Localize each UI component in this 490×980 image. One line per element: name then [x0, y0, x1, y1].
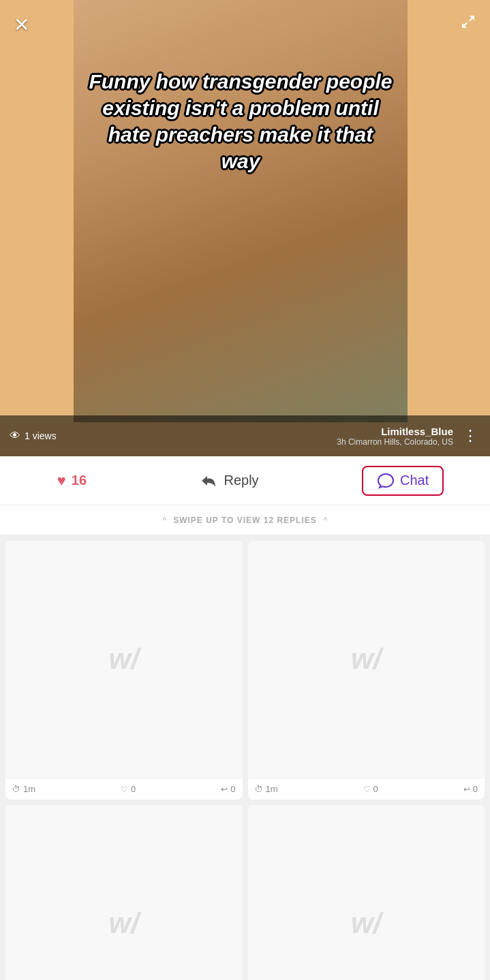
watermark-logo-4: w/: [351, 907, 381, 940]
left-bg: [0, 0, 74, 456]
card-likes-2: ♡ 0: [363, 784, 378, 794]
reply-card-footer-2: ⏱ 1m ♡ 0 ↩ 0: [248, 778, 485, 800]
heart-icon: ♥: [57, 472, 66, 490]
user-info: Limitless_Blue 3h Cimarron Hills, Colora…: [337, 426, 453, 447]
reply-card-media-4: w/: [248, 805, 485, 980]
reply-icon-1: ↩: [221, 785, 228, 794]
video-inner: Funny how transgender people existing is…: [74, 0, 408, 422]
reply-icon: [200, 473, 218, 488]
location: 3h Cimarron Hills, Colorado, US: [337, 437, 453, 447]
reply-card[interactable]: w/ ⏱ 1m ♡ 0 ↩ 0: [5, 541, 243, 800]
swipe-up-text: SWIPE UP TO VIEW 12 REPLIES: [173, 516, 317, 525]
username: Limitless_Blue: [337, 426, 453, 437]
expand-icon: [460, 14, 476, 30]
replies-grid: w/ ⏱ 1m ♡ 0 ↩ 0 w/ ⏱ 1m: [0, 535, 490, 980]
video-overlay-text: Funny how transgender people existing is…: [87, 68, 394, 174]
reply-card-footer-1: ⏱ 1m ♡ 0 ↩ 0: [5, 778, 243, 800]
card-replies-2: ↩ 0: [463, 784, 478, 794]
views-info: 👁 1 views: [10, 430, 337, 442]
video-bottom-bar: 👁 1 views Limitless_Blue 3h Cimarron Hil…: [0, 415, 490, 456]
reply-icon-2: ↩: [463, 785, 470, 794]
reply-card[interactable]: w/ ⏱ 1m ♡ 0 ↩ 0: [5, 805, 243, 980]
right-bg: [408, 0, 490, 456]
watermark-logo-1: w/: [109, 643, 139, 676]
like-button[interactable]: ♥ 16: [46, 467, 97, 495]
reply-button[interactable]: Reply: [189, 467, 269, 494]
chat-label: Chat: [400, 473, 429, 488]
watermark-logo-3: w/: [109, 907, 139, 940]
card-likes-1: ♡ 0: [121, 784, 136, 794]
reply-card[interactable]: w/ ⏱ 1m ♡ 0 ↩ 0: [248, 805, 485, 980]
reply-card-media-1: w/: [5, 541, 243, 778]
clock-icon-2: ⏱: [255, 785, 263, 794]
views-count: 1 views: [25, 430, 57, 441]
video-bg: [74, 0, 408, 422]
chat-button[interactable]: Chat: [362, 466, 444, 496]
like-count: 16: [72, 473, 87, 488]
more-options-button[interactable]: ⋮: [460, 424, 480, 447]
eye-icon: 👁: [10, 430, 20, 442]
card-replies-1: ↩ 0: [221, 784, 235, 794]
close-button[interactable]: ✕: [14, 14, 29, 36]
card-duration-2: ⏱ 1m: [255, 784, 278, 794]
reply-card-media-3: w/: [5, 805, 243, 980]
chevron-right-icon: ^: [324, 516, 328, 525]
reply-label: Reply: [224, 473, 258, 488]
chevron-left-icon: ^: [163, 516, 167, 525]
heart-icon-1: ♡: [121, 785, 128, 794]
reply-card-media-2: w/: [248, 541, 485, 778]
reply-card[interactable]: w/ ⏱ 1m ♡ 0 ↩ 0: [248, 541, 485, 800]
chat-icon: [377, 473, 395, 489]
video-container: Funny how transgender people existing is…: [0, 0, 490, 456]
watermark-logo-2: w/: [351, 643, 381, 676]
clock-icon-1: ⏱: [12, 785, 20, 794]
action-bar: ♥ 16 Reply Chat: [0, 456, 490, 505]
heart-icon-2: ♡: [363, 785, 371, 794]
swipe-bar[interactable]: ^ SWIPE UP TO VIEW 12 REPLIES ^: [0, 505, 490, 535]
card-duration-1: ⏱ 1m: [12, 784, 35, 794]
expand-button[interactable]: [460, 14, 476, 34]
